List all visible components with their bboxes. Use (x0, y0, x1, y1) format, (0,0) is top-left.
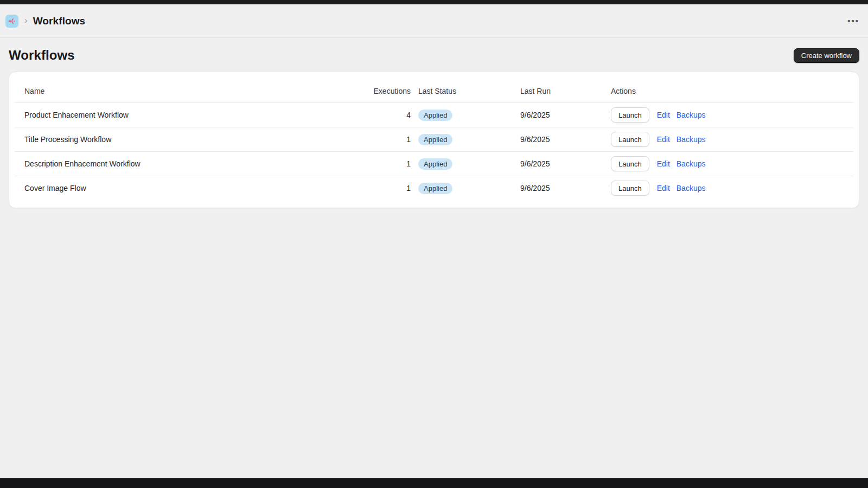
edit-link[interactable]: Edit (657, 135, 670, 144)
launch-button[interactable]: Launch (611, 181, 649, 196)
breadcrumb-chevron-icon: › (24, 16, 28, 25)
page-title: Workflows (9, 48, 75, 63)
workflow-name: Title Processing Workflow (24, 135, 373, 144)
workflows-card: Name Executions Last Status Last Run Act… (9, 72, 859, 208)
table-header-row: Name Executions Last Status Last Run Act… (15, 72, 853, 102)
workflow-name: Cover Image Flow (24, 184, 373, 192)
edit-link[interactable]: Edit (657, 159, 670, 168)
executions-count: 1 (373, 159, 411, 168)
backups-link[interactable]: Backups (676, 111, 706, 119)
column-header-executions: Executions (373, 87, 411, 95)
status-badge: Applied (418, 158, 452, 170)
backups-link[interactable]: Backups (676, 135, 706, 144)
last-run-date: 9/6/2025 (520, 184, 611, 192)
table-row: Title Processing Workflow 1 Applied 9/6/… (15, 127, 853, 151)
executions-count: 4 (373, 111, 411, 119)
last-run-date: 9/6/2025 (520, 111, 611, 119)
overflow-menu-icon[interactable]: ••• (847, 17, 859, 25)
status-badge: Applied (418, 183, 452, 194)
breadcrumb-title[interactable]: Workflows (33, 15, 86, 27)
workflow-name: Description Enhacement Workflow (24, 159, 373, 168)
backups-link[interactable]: Backups (676, 159, 706, 168)
last-run-date: 9/6/2025 (520, 159, 611, 168)
table-row: Product Enhacement Workflow 4 Applied 9/… (15, 102, 853, 127)
launch-button[interactable]: Launch (611, 132, 649, 147)
backups-link[interactable]: Backups (676, 184, 706, 192)
app-header: › Workflows ••• (0, 4, 868, 38)
edit-link[interactable]: Edit (657, 111, 670, 119)
page-heading-row: Workflows Create workflow (0, 44, 868, 66)
launch-button[interactable]: Launch (611, 107, 649, 123)
last-run-date: 9/6/2025 (520, 135, 611, 144)
top-black-bar (0, 0, 868, 4)
status-badge: Applied (418, 134, 452, 145)
table-row: Cover Image Flow 1 Applied 9/6/2025 Laun… (15, 176, 853, 200)
launch-button[interactable]: Launch (611, 156, 649, 171)
create-workflow-button[interactable]: Create workflow (794, 48, 859, 63)
column-header-name: Name (24, 87, 373, 95)
edit-link[interactable]: Edit (657, 184, 670, 192)
bottom-black-bar (0, 478, 868, 488)
workflow-name: Product Enhacement Workflow (24, 111, 373, 119)
executions-count: 1 (373, 135, 411, 144)
app-logo-icon[interactable] (5, 15, 18, 28)
executions-count: 1 (373, 184, 411, 192)
table-row: Description Enhacement Workflow 1 Applie… (15, 151, 853, 176)
column-header-actions: Actions (611, 87, 844, 95)
column-header-last-run: Last Run (520, 87, 611, 95)
status-badge: Applied (418, 110, 452, 121)
column-header-last-status: Last Status (411, 87, 520, 95)
